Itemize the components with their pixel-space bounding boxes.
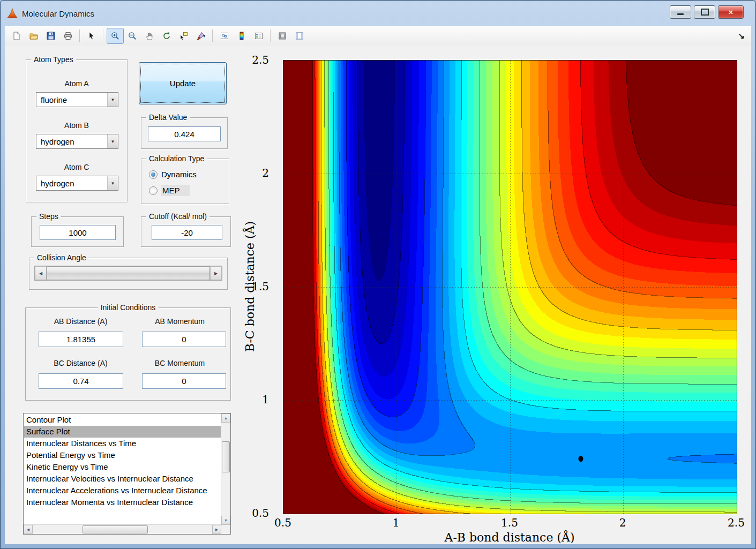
atom-a-dropdown[interactable]: fluorine ▼ <box>36 92 118 107</box>
link-plot-button[interactable] <box>216 28 233 44</box>
slider-thumb[interactable] <box>47 266 210 280</box>
maximize-button[interactable] <box>694 5 715 19</box>
toolbar-separator <box>103 29 104 42</box>
cutoff-field[interactable] <box>152 225 222 240</box>
plot-type-list: Contour Plot Surface Plot Internuclear D… <box>24 414 221 524</box>
app-window: Molecular Dynamics × <box>0 0 756 549</box>
titlebar[interactable]: Molecular Dynamics × <box>1 1 755 26</box>
x-axis-label: A-B bond distance (Å) <box>283 531 736 544</box>
list-item[interactable]: Internuclear Distances vs Time <box>24 438 221 449</box>
chevron-down-icon[interactable]: ▼ <box>107 134 118 148</box>
atom-c-label: Atom C <box>26 163 127 171</box>
brush-data-button[interactable]: ▾ <box>192 28 209 44</box>
zoom-out-button[interactable] <box>124 28 141 44</box>
y-tick-label: 2 <box>262 167 269 179</box>
scroll-right-icon[interactable]: ▶ <box>212 525 221 534</box>
radio-unselected-icon[interactable] <box>149 186 158 195</box>
printer-icon <box>64 32 72 40</box>
rotate-3d-button[interactable] <box>158 28 175 44</box>
show-plot-tools-button[interactable] <box>291 28 308 44</box>
radio-selected-icon[interactable] <box>149 170 158 179</box>
atom-b-label: Atom B <box>26 121 127 130</box>
scroll-left-icon[interactable]: ◀ <box>24 525 33 534</box>
chevron-down-icon[interactable]: ▼ <box>107 93 118 107</box>
cutoff-title: Cutoff (Kcal/ mol) <box>146 212 209 221</box>
horizontal-scroll-thumb[interactable] <box>83 525 148 533</box>
list-item[interactable]: Contour Plot <box>24 414 221 426</box>
colorbar-icon <box>237 32 246 40</box>
list-item[interactable]: Internuclear Velocities vs Internuclear … <box>24 473 221 485</box>
atom-b-value: hydrogen <box>36 137 107 146</box>
figure-window: ▾ <box>5 26 751 544</box>
slider-right-arrow[interactable]: ▶ <box>210 266 222 280</box>
dynamics-radio[interactable]: Dynamics <box>149 170 197 179</box>
open-file-button[interactable] <box>25 28 42 44</box>
pan-hand-icon <box>145 32 154 40</box>
atom-types-panel: Atom Types Atom A fluorine ▼ Atom B hydr… <box>26 59 128 202</box>
matlab-logo-icon <box>7 8 18 19</box>
toolbar-separator <box>79 29 80 42</box>
atom-a-label: Atom A <box>26 79 127 88</box>
list-item[interactable]: Kinetic Energy vs Time <box>24 461 221 473</box>
close-icon: × <box>729 8 733 16</box>
save-figure-button[interactable] <box>42 28 59 44</box>
ab-momentum-label: AB Momentum <box>133 317 227 326</box>
edit-plot-button[interactable] <box>83 28 100 44</box>
mep-radio[interactable]: MEP <box>149 185 190 196</box>
list-item[interactable]: Internuclear Accelerations vs Internucle… <box>24 485 221 497</box>
chevron-down-icon[interactable]: ▼ <box>107 176 118 190</box>
calculation-type-panel: Calculation Type Dynamics MEP <box>141 159 229 204</box>
delta-value-field[interactable] <box>148 126 221 141</box>
contour-plot-canvas[interactable] <box>283 61 737 514</box>
y-tick-label: 2.5 <box>252 54 269 66</box>
vertical-scroll-thumb[interactable] <box>222 441 230 472</box>
y-axis-label: B-C bond distance (Å) <box>243 221 257 352</box>
steps-title: Steps <box>36 212 61 221</box>
dynamics-radio-label: Dynamics <box>161 170 197 179</box>
initial-conditions-panel: Initial Conditions AB Distance (A) AB Mo… <box>25 307 231 401</box>
plot-axes <box>283 60 737 514</box>
steps-field[interactable] <box>40 225 116 240</box>
calculation-type-title: Calculation Type <box>146 154 207 163</box>
ab-distance-field[interactable] <box>39 332 123 347</box>
save-floppy-icon <box>47 32 55 40</box>
slider-left-arrow[interactable]: ◀ <box>35 266 47 280</box>
bc-momentum-field[interactable] <box>142 373 226 389</box>
figure-toolbar: ▾ <box>5 26 751 46</box>
atom-c-dropdown[interactable]: hydrogen ▼ <box>36 176 118 191</box>
bc-distance-field[interactable] <box>39 373 123 389</box>
zoom-out-icon <box>128 32 137 40</box>
x-tick-label: 0.5 <box>274 516 291 529</box>
collision-angle-slider[interactable]: ◀ ▶ <box>34 266 222 281</box>
data-cursor-button[interactable] <box>175 28 192 44</box>
zoom-in-button[interactable] <box>107 28 124 44</box>
minimize-button[interactable] <box>670 5 691 19</box>
x-tick-label: 1 <box>393 516 400 529</box>
list-item[interactable]: Potential Energy vs Time <box>24 449 221 461</box>
atom-b-dropdown[interactable]: hydrogen ▼ <box>36 134 118 149</box>
scroll-up-icon[interactable]: ▲ <box>221 413 230 423</box>
toolbar-separator <box>212 29 213 42</box>
show-plot-tools-icon <box>295 32 304 40</box>
insert-legend-button[interactable] <box>250 28 267 44</box>
pan-button[interactable] <box>141 28 158 44</box>
new-figure-button[interactable] <box>8 28 25 44</box>
list-item-selected[interactable]: Surface Plot <box>24 426 221 438</box>
hide-plot-tools-icon <box>278 32 287 40</box>
print-figure-button[interactable] <box>59 28 77 44</box>
vertical-scrollbar[interactable]: ▲ ▼ <box>221 413 230 525</box>
cutoff-panel: Cutoff (Kcal/ mol) <box>141 216 231 247</box>
dock-figure-button[interactable]: ↘ <box>738 31 745 41</box>
update-button[interactable]: Update <box>139 62 227 104</box>
x-tick-label: 2 <box>619 516 626 529</box>
scroll-down-icon[interactable]: ▼ <box>221 516 230 525</box>
list-item[interactable]: Internuclear Momenta vs Internuclear Dis… <box>24 497 221 508</box>
data-cursor-icon <box>179 32 188 40</box>
insert-colorbar-button[interactable] <box>233 28 250 44</box>
x-tick-label: 2.5 <box>728 516 745 529</box>
zoom-in-icon <box>111 32 119 40</box>
hide-plot-tools-button[interactable] <box>274 28 291 44</box>
close-button[interactable]: × <box>718 5 744 19</box>
ab-momentum-field[interactable] <box>142 332 226 347</box>
horizontal-scrollbar[interactable]: ◀ ▶ <box>24 524 221 534</box>
